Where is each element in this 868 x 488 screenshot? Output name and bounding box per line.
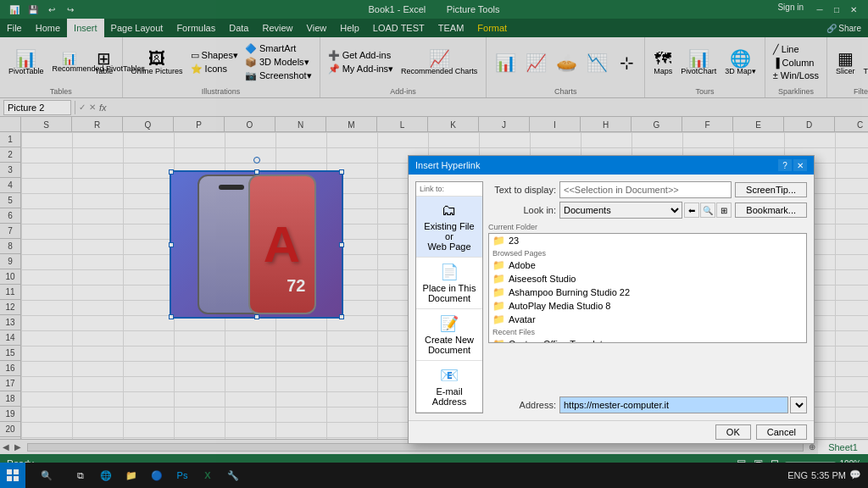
sidebar-place-doc[interactable]: 📄 Place in ThisDocument	[416, 258, 482, 309]
dialog-body: Link to: 🗂 Existing File orWeb Page 📄 Pl…	[409, 175, 814, 420]
folder-icon-autoplay: 📁	[492, 300, 505, 312]
folder-icon-avatar: 📁	[492, 313, 505, 325]
lookin-label: Look in:	[488, 205, 556, 215]
lookin-toolbar: ⬅ 🔍 ⊞	[684, 202, 732, 218]
text-display-row: Text to display: ScreenTip...	[488, 181, 807, 198]
dialog-footer: OK Cancel	[409, 420, 814, 443]
file-browser-area: Current Folder 📁 23 Browsed Pages 📁 Adob…	[488, 222, 807, 393]
link-sidebar: Link to: 🗂 Existing File orWeb Page 📄 Pl…	[415, 181, 483, 413]
screentip-btn[interactable]: ScreenTip...	[735, 182, 807, 197]
recent-files-section: Recent Files	[489, 326, 806, 337]
address-input[interactable]	[559, 396, 788, 413]
sidebar-email[interactable]: 📧 E-mail Address	[416, 361, 482, 413]
existing-file-icon: 🗂	[442, 202, 457, 219]
lookin-search-btn[interactable]: 🔍	[700, 202, 715, 218]
lookin-row: Look in: Documents ⬅ 🔍 ⊞ Bookmark...	[488, 202, 807, 219]
lookin-options-btn[interactable]: ⊞	[716, 202, 732, 218]
dialog-help-btn[interactable]: ?	[778, 159, 792, 171]
folder-icon-custom-office: 📁	[492, 338, 505, 343]
text-display-input[interactable]	[559, 181, 732, 198]
lookin-back-btn[interactable]: ⬅	[684, 202, 699, 218]
bookmark-btn[interactable]: Bookmark...	[735, 202, 807, 218]
folder-icon-adobe: 📁	[492, 259, 505, 271]
sidebar-create-new[interactable]: 📝 Create NewDocument	[416, 309, 482, 361]
dialog-title: Insert Hyperlink	[415, 160, 480, 170]
folder-icon-ashampoo: 📁	[492, 286, 505, 298]
file-item-autoplay[interactable]: 📁 AutoPlay Media Studio 8	[489, 299, 806, 313]
cancel-button[interactable]: Cancel	[756, 424, 807, 440]
place-doc-label: Place in ThisDocument	[423, 283, 476, 303]
folder-icon-23: 📁	[492, 235, 505, 247]
place-doc-icon: 📄	[440, 263, 459, 281]
file-item-custom-office[interactable]: 📁 Custom Office Templates	[489, 337, 806, 343]
address-label: Address:	[488, 400, 556, 410]
folder-icon-aiseesoft: 📁	[492, 273, 505, 285]
lookin-controls: Documents ⬅ 🔍 ⊞	[559, 202, 732, 219]
existing-file-label: Existing File orWeb Page	[420, 221, 479, 252]
email-icon: 📧	[440, 366, 459, 385]
current-folder-label: Current Folder	[488, 222, 807, 232]
create-new-label: Create NewDocument	[425, 335, 474, 355]
browsed-pages-section: Browsed Pages	[489, 247, 806, 258]
link-main: Text to display: ScreenTip... Look in: D…	[488, 181, 807, 413]
dialog-controls: ? ✕	[778, 159, 807, 171]
file-item-avatar[interactable]: 📁 Avatar	[489, 313, 806, 326]
address-row: Address: ▾	[488, 396, 807, 413]
address-dropdown[interactable]: ▾	[790, 396, 807, 413]
hyperlink-dialog: Insert Hyperlink ? ✕ Link to: 🗂 Existing…	[408, 155, 815, 444]
email-label: E-mail Address	[420, 386, 479, 407]
dialog-title-bar: Insert Hyperlink ? ✕	[409, 156, 814, 175]
dialog-overlay: Insert Hyperlink ? ✕ Link to: 🗂 Existing…	[0, 0, 868, 488]
file-item-23[interactable]: 📁 23	[489, 234, 806, 247]
file-sections: Current Folder 📁 23 Browsed Pages 📁 Adob…	[488, 222, 807, 393]
file-item-ashampoo[interactable]: 📁 Ashampoo Burning Studio 22	[489, 286, 806, 299]
file-list[interactable]: 📁 23 Browsed Pages 📁 Adobe 📁 Aiseesoft S…	[488, 233, 807, 343]
link-to-label: Link to:	[416, 182, 482, 197]
sidebar-existing-file[interactable]: 🗂 Existing File orWeb Page	[416, 197, 482, 258]
create-new-icon: 📝	[440, 314, 459, 333]
dialog-close-btn[interactable]: ✕	[793, 159, 807, 171]
ok-button[interactable]: OK	[715, 424, 751, 440]
file-item-adobe[interactable]: 📁 Adobe	[489, 258, 806, 272]
text-display-label: Text to display:	[488, 185, 556, 195]
lookin-dropdown[interactable]: Documents	[559, 202, 682, 219]
file-item-aiseesoft[interactable]: 📁 Aiseesoft Studio	[489, 272, 806, 286]
address-controls: ▾	[559, 396, 807, 413]
